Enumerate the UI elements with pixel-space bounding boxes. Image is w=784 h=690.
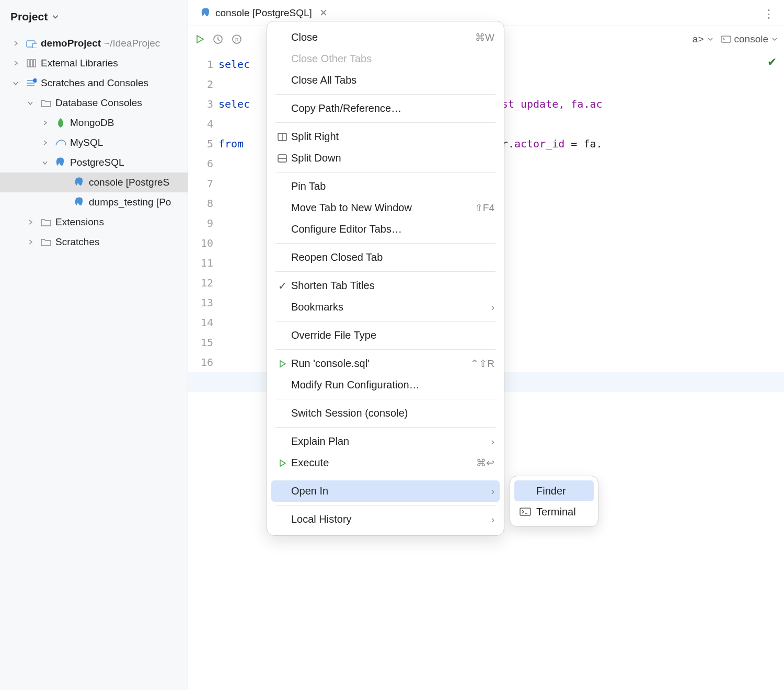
mysql-icon: [54, 138, 67, 147]
external-libraries[interactable]: External Libraries: [0, 53, 188, 73]
postgresql-icon: [73, 177, 86, 188]
folder-icon: [40, 99, 52, 107]
chevron-right-icon: ›: [491, 486, 494, 497]
menu-shorten-titles[interactable]: ✓Shorten Tab Titles: [267, 275, 504, 296]
check-icon: ✔: [767, 55, 777, 69]
chevron-right-icon: ›: [491, 436, 494, 447]
menu-close-others: Close Other Tabs: [267, 48, 504, 70]
folder-icon: [40, 238, 52, 246]
kebab-menu-icon[interactable]: ⋮: [763, 7, 775, 21]
open-in-submenu: Finder Terminal: [510, 476, 598, 527]
postgresql-node[interactable]: PostgreSQL: [0, 153, 188, 172]
library-icon: [25, 59, 38, 68]
menu-configure-tabs[interactable]: Configure Editor Tabs…: [267, 218, 504, 240]
menu-close[interactable]: Close⌘W: [267, 27, 504, 48]
chevron-down-icon: [41, 160, 49, 165]
run-icon: [273, 360, 291, 368]
database-consoles[interactable]: Database Consoles: [0, 93, 188, 113]
playground-icon[interactable]: p: [231, 33, 243, 45]
mongodb-icon: [54, 118, 67, 128]
history-icon[interactable]: [212, 33, 224, 45]
svg-rect-4: [33, 60, 36, 67]
console-selector[interactable]: console: [721, 33, 778, 45]
menu-split-right[interactable]: Split Right: [267, 126, 504, 147]
chevron-down-icon: [11, 80, 20, 86]
menu-local-history[interactable]: Local History›: [267, 509, 504, 530]
menu-run[interactable]: Run 'console.sql'⌃⇧R: [267, 353, 504, 374]
chevron-down-icon: [26, 100, 34, 106]
check-icon: ✓: [273, 280, 291, 292]
menu-execute[interactable]: Execute⌘↩: [267, 452, 504, 474]
menu-close-all[interactable]: Close All Tabs: [267, 70, 504, 91]
svg-text:p: p: [235, 36, 238, 42]
chevron-down-icon: [52, 13, 59, 20]
menu-bookmarks[interactable]: Bookmarks›: [267, 296, 504, 318]
project-root[interactable]: demoProject ~/IdeaProjec: [0, 33, 188, 53]
tab-label: console [PostgreSQL]: [215, 7, 312, 19]
chevron-right-icon: [11, 61, 20, 66]
terminal-icon: [520, 508, 531, 516]
svg-point-8: [33, 78, 37, 83]
close-icon[interactable]: ✕: [319, 7, 328, 19]
dumps-file[interactable]: dumps_testing [Po: [0, 192, 188, 212]
chevron-right-icon: [26, 239, 34, 245]
split-right-icon: [273, 133, 291, 141]
menu-copy-path[interactable]: Copy Path/Reference…: [267, 98, 504, 119]
svg-rect-3: [30, 60, 32, 67]
run-icon[interactable]: [194, 34, 205, 44]
tab-context-menu: Close⌘W Close Other Tabs Close All Tabs …: [267, 21, 504, 536]
menu-modify-run[interactable]: Modify Run Configuration…: [267, 374, 504, 396]
menu-explain-plan[interactable]: Explain Plan›: [267, 431, 504, 452]
line-gutter: 1234567891011121314151617: [188, 52, 218, 690]
project-sidebar: Project demoProject ~/IdeaProjec Externa…: [0, 0, 188, 690]
menu-switch-session[interactable]: Switch Session (console): [267, 402, 504, 424]
run-icon: [273, 459, 291, 467]
postgresql-icon: [54, 157, 67, 168]
svg-rect-2: [27, 60, 29, 67]
chevron-right-icon: ›: [491, 514, 494, 525]
chevron-right-icon: [41, 140, 49, 145]
menu-split-down[interactable]: Split Down: [267, 147, 504, 169]
chevron-right-icon: [41, 120, 49, 125]
svg-rect-12: [721, 36, 731, 42]
menu-reopen[interactable]: Reopen Closed Tab: [267, 247, 504, 268]
module-icon: [25, 39, 38, 48]
scratches-folder[interactable]: Scratches: [0, 232, 188, 252]
chevron-right-icon: ›: [491, 302, 494, 313]
project-tool-title[interactable]: Project: [0, 4, 188, 33]
mongodb-node[interactable]: MongoDB: [0, 113, 188, 133]
scratches-consoles[interactable]: Scratches and Consoles: [0, 73, 188, 93]
console-file[interactable]: console [PostgreS: [0, 172, 188, 192]
postgresql-icon: [73, 197, 86, 208]
scratch-icon: [25, 78, 38, 88]
menu-override-filetype[interactable]: Override File Type: [267, 325, 504, 346]
postgresql-icon: [201, 8, 211, 18]
svg-rect-17: [520, 508, 531, 515]
submenu-finder[interactable]: Finder: [514, 480, 594, 501]
split-down-icon: [273, 154, 291, 163]
mysql-node[interactable]: MySQL: [0, 133, 188, 153]
menu-pin[interactable]: Pin Tab: [267, 176, 504, 197]
menu-open-in[interactable]: Open In›: [271, 480, 500, 502]
chevron-right-icon: [11, 41, 20, 46]
schema-selector[interactable]: a>: [693, 33, 713, 45]
chevron-right-icon: [26, 220, 34, 225]
folder-icon: [40, 218, 52, 226]
extensions-folder[interactable]: Extensions: [0, 212, 188, 232]
submenu-terminal[interactable]: Terminal: [514, 501, 594, 522]
svg-rect-1: [32, 43, 37, 48]
menu-move-new-window[interactable]: Move Tab to New Window⇧F4: [267, 197, 504, 218]
